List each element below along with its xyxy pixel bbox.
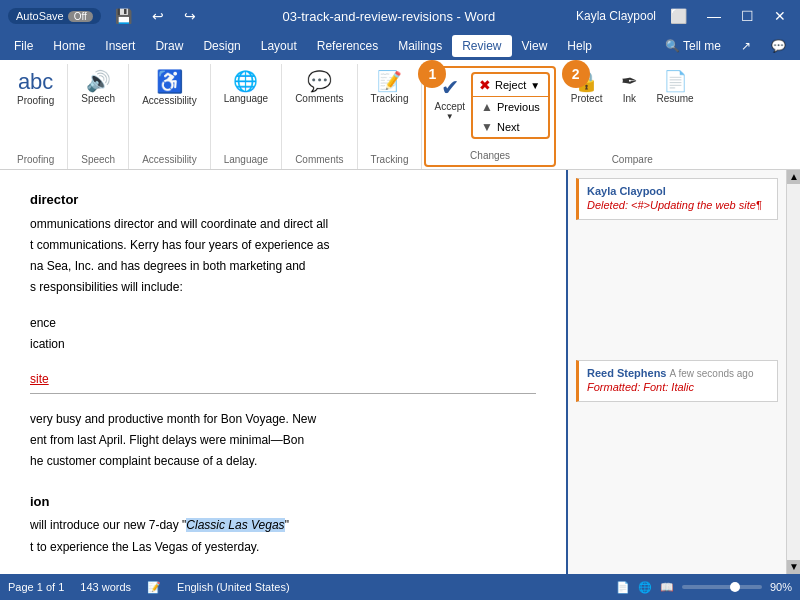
comment-1-action: Deleted: <#>Updating the web site¶ (587, 199, 769, 211)
close-button[interactable]: ✕ (768, 6, 792, 26)
menu-insert[interactable]: Insert (95, 35, 145, 57)
ribbon-group-comments: 💬 Comments Comments (282, 64, 357, 169)
reject-arrow-icon: ▼ (530, 80, 540, 91)
view-normal-icon[interactable]: 📄 (616, 581, 630, 594)
ribbon: abc Proofing Proofing 🔊 Speech Speech ♿ … (0, 60, 800, 170)
doc-line-4: s responsibilities will include: (30, 278, 536, 297)
doc-list-1: ence (30, 314, 536, 333)
reject-label: Reject (495, 79, 526, 91)
document-content: director ommunications director and will… (30, 190, 536, 557)
menu-draw[interactable]: Draw (145, 35, 193, 57)
doc-line-2: t communications. Kerry has four years o… (30, 236, 536, 255)
menu-view[interactable]: View (512, 35, 558, 57)
comments-panel: Kayla Claypool Deleted: <#>Updating the … (566, 170, 786, 574)
ribbon-group-language: 🌐 Language Language (211, 64, 283, 169)
autosave-label: AutoSave (16, 10, 64, 22)
zoom-level: 90% (770, 581, 792, 593)
status-bar: Page 1 of 1 143 words 📝 English (United … (0, 574, 800, 600)
undo-button[interactable]: ↩ (146, 6, 170, 26)
ink-button[interactable]: ✒ Ink (609, 68, 649, 107)
title-bar-right: Kayla Claypool ⬜ — ☐ ✕ (576, 6, 792, 26)
menu-file[interactable]: File (4, 35, 43, 57)
comments-ribbon-button[interactable]: 💬 Comments (290, 68, 348, 107)
user-name: Kayla Claypool (576, 9, 656, 23)
menu-design[interactable]: Design (193, 35, 250, 57)
proofing-icon-status: 📝 (147, 581, 161, 594)
scroll-up-button[interactable]: ▲ (787, 170, 800, 184)
resume-button[interactable]: 📄 Resume (651, 68, 698, 107)
menu-layout[interactable]: Layout (251, 35, 307, 57)
scroll-down-button[interactable]: ▼ (787, 560, 800, 574)
protect-label: Protect (571, 93, 603, 104)
zoom-slider[interactable] (682, 585, 762, 589)
reject-dropdown: ✖ Reject ▼ ▲ Previous ▼ Next (471, 72, 550, 139)
language-status: English (United States) (177, 581, 290, 593)
reject-button[interactable]: ✖ Reject ▼ (473, 74, 548, 97)
next-button[interactable]: ▼ Next (473, 117, 548, 137)
doc-ion-line-1: will introduce our new 7-day "Classic La… (30, 516, 536, 535)
word-count: 143 words (80, 581, 131, 593)
annotation-circle-2: 2 (562, 60, 590, 88)
menu-references[interactable]: References (307, 35, 388, 57)
title-bar: AutoSave Off 💾 ↩ ↪ 03-track-and-review-r… (0, 0, 800, 32)
page-info: Page 1 of 1 (8, 581, 64, 593)
maximize-button[interactable]: ☐ (735, 6, 760, 26)
prev-next-list: ▲ Previous ▼ Next (473, 97, 548, 137)
speech-label: Speech (81, 93, 115, 104)
ribbon-group-accessibility: ♿ Accessibility Accessibility (129, 64, 210, 169)
proofing-group-label: Proofing (17, 152, 54, 169)
doc-strikethrough-text: site (30, 372, 49, 386)
doc-para-1: very busy and productive month for Bon V… (30, 410, 536, 429)
accessibility-button[interactable]: ♿ Accessibility (137, 68, 201, 109)
reject-icon: ✖ (479, 77, 491, 93)
doc-section-paragraph: very busy and productive month for Bon V… (30, 410, 536, 472)
ribbon-toggle-button[interactable]: ⬜ (664, 6, 693, 26)
doc-line-3: na Sea, Inc. and has degrees in both mar… (30, 257, 536, 276)
compare-group-label: Compare (612, 152, 653, 169)
view-web-icon[interactable]: 🌐 (638, 581, 652, 594)
proofing-button[interactable]: abc Proofing (12, 68, 59, 109)
language-button[interactable]: 🌐 Language (219, 68, 274, 107)
ribbon-group-speech: 🔊 Speech Speech (68, 64, 129, 169)
previous-label: Previous (497, 101, 540, 113)
autosave-toggle[interactable]: AutoSave Off (8, 8, 101, 24)
resume-icon: 📄 (663, 71, 688, 91)
menu-mailings[interactable]: Mailings (388, 35, 452, 57)
language-icon: 🌐 (233, 71, 258, 91)
comment-1: Kayla Claypool Deleted: <#>Updating the … (576, 178, 778, 220)
accessibility-label: Accessibility (142, 95, 196, 106)
previous-icon: ▲ (481, 100, 493, 114)
save-button[interactable]: 💾 (109, 6, 138, 26)
comment-1-author: Kayla Claypool (587, 185, 769, 197)
scroll-bar[interactable]: ▲ ▼ (786, 170, 800, 574)
speech-group-label: Speech (81, 152, 115, 169)
tracking-label: Tracking (371, 93, 409, 104)
document-area[interactable]: director ommunications director and will… (0, 170, 566, 574)
accept-label: Accept (434, 101, 465, 112)
menu-home[interactable]: Home (43, 35, 95, 57)
menu-bar: File Home Insert Draw Design Layout Refe… (0, 32, 800, 60)
comment-2-action-label: Formatted: (587, 381, 640, 393)
next-icon: ▼ (481, 120, 493, 134)
previous-button[interactable]: ▲ Previous (473, 97, 548, 117)
menu-help[interactable]: Help (557, 35, 602, 57)
proofing-label: Proofing (17, 95, 54, 106)
proofing-icon: abc (18, 71, 53, 93)
doc-para-3: he customer complaint because of a delay… (30, 452, 536, 471)
minimize-button[interactable]: — (701, 6, 727, 26)
ribbon-group-tracking: 📝 Tracking Tracking (358, 64, 423, 169)
doc-heading-ion: ion (30, 492, 536, 513)
comment-1-text: <#>Updating the web site¶ (631, 199, 762, 211)
redo-button[interactable]: ↪ (178, 6, 202, 26)
view-read-icon[interactable]: 📖 (660, 581, 674, 594)
comments-group-label: Comments (295, 152, 343, 169)
search-icon[interactable]: 🔍 Tell me (655, 35, 731, 57)
accessibility-icon: ♿ (156, 71, 183, 93)
speech-button[interactable]: 🔊 Speech (76, 68, 120, 107)
proofing-buttons: abc Proofing (12, 64, 59, 152)
comments-button[interactable]: 💬 (761, 35, 796, 57)
share-button[interactable]: ↗ (731, 35, 761, 57)
autosave-state: Off (68, 11, 93, 22)
menu-review[interactable]: Review (452, 35, 511, 57)
tracking-button[interactable]: 📝 Tracking (366, 68, 414, 107)
